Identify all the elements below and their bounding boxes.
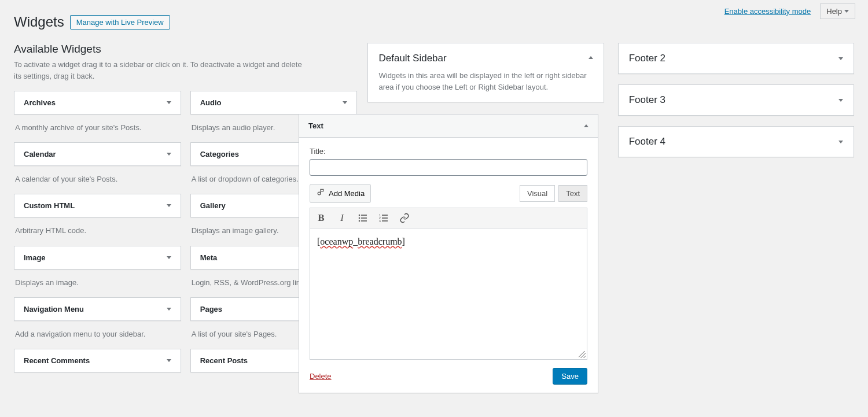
widget-navigation-menu[interactable]: Navigation Menu — [14, 297, 181, 321]
widget-archives[interactable]: Archives — [14, 91, 181, 115]
bold-button[interactable]: B — [315, 212, 328, 224]
widget-audio[interactable]: Audio — [190, 91, 358, 115]
caret-down-icon — [167, 101, 171, 104]
svg-rect-8 — [382, 215, 388, 216]
svg-rect-10 — [382, 217, 388, 219]
widget-label: Gallery — [200, 201, 226, 210]
caret-down-icon — [838, 57, 843, 60]
svg-text:3: 3 — [379, 219, 381, 223]
add-media-label: Add Media — [329, 189, 365, 198]
widget-label: Archives — [24, 98, 56, 107]
footer-2-panel[interactable]: Footer 2 — [618, 43, 854, 74]
svg-point-0 — [318, 192, 321, 195]
editor-content: [oceanwp_breadcrumb] — [317, 237, 405, 247]
widget-label: Custom HTML — [24, 201, 75, 210]
default-sidebar-description: Widgets in this area will be displayed i… — [378, 70, 593, 93]
svg-rect-12 — [382, 220, 388, 222]
delete-link[interactable]: Delete — [310, 372, 332, 381]
resize-grip-icon[interactable] — [579, 351, 586, 358]
editor-toolbar: B I 123 — [310, 208, 587, 228]
widget-recent-comments[interactable]: Recent Comments — [14, 349, 181, 372]
footer-panel-title: Footer 4 — [629, 136, 665, 147]
widget-label: Pages — [200, 305, 222, 313]
svg-point-5 — [359, 220, 361, 222]
widget-label: Categories — [200, 150, 239, 158]
caret-down-icon — [844, 10, 849, 13]
footer-panel-title: Footer 3 — [629, 94, 665, 106]
widget-label: Recent Comments — [24, 356, 90, 365]
widget-label: Recent Posts — [200, 356, 248, 365]
title-input[interactable] — [310, 159, 587, 176]
widget-desc: Arbitrary HTML code. — [14, 223, 181, 245]
default-sidebar-title: Default Sidebar — [378, 53, 446, 64]
available-widgets-title: Available Widgets — [14, 43, 357, 56]
text-widget-panel: Text Title: Add Media Visual Text B — [299, 114, 598, 393]
svg-rect-6 — [361, 220, 367, 222]
link-button[interactable] — [398, 212, 411, 224]
svg-point-3 — [359, 217, 361, 219]
text-widget-header[interactable]: Text — [299, 115, 598, 138]
unordered-list-button[interactable] — [356, 212, 369, 224]
svg-rect-4 — [361, 217, 367, 219]
caret-down-icon — [167, 204, 171, 207]
widget-desc: Displays an image. — [14, 275, 181, 297]
title-label: Title: — [310, 147, 587, 156]
help-button[interactable]: Help — [820, 3, 855, 19]
caret-down-icon — [838, 141, 843, 143]
italic-button[interactable]: I — [336, 212, 348, 224]
widget-label: Audio — [200, 98, 222, 107]
tab-text[interactable]: Text — [558, 185, 587, 202]
ordered-list-button[interactable]: 123 — [377, 212, 390, 224]
widget-desc: A monthly archive of your site's Posts. — [14, 120, 181, 142]
widget-label: Calendar — [24, 150, 56, 158]
tab-visual[interactable]: Visual — [520, 185, 555, 202]
media-icon — [316, 188, 325, 199]
text-widget-header-label: Text — [308, 121, 323, 130]
caret-down-icon — [167, 256, 171, 259]
widget-desc: A calendar of your site's Posts. — [14, 172, 181, 194]
caret-down-icon — [167, 359, 171, 362]
widget-desc: Add a navigation menu to your sidebar. — [14, 327, 181, 349]
default-sidebar-panel: Default Sidebar Widgets in this area wil… — [367, 43, 604, 102]
page-title: Widgets — [14, 14, 64, 30]
widget-image[interactable]: Image — [14, 246, 181, 270]
svg-rect-2 — [361, 215, 367, 216]
save-button[interactable]: Save — [553, 368, 587, 385]
widget-custom-html[interactable]: Custom HTML — [14, 194, 181, 217]
enable-accessibility-link[interactable]: Enable accessibility mode — [724, 7, 811, 16]
widget-calendar[interactable]: Calendar — [14, 142, 181, 166]
editor-textarea[interactable]: [oceanwp_breadcrumb] — [310, 228, 587, 360]
footer-panel-title: Footer 2 — [629, 53, 665, 64]
caret-up-icon — [584, 124, 589, 127]
add-media-button[interactable]: Add Media — [310, 184, 371, 203]
caret-up-icon[interactable] — [589, 56, 593, 59]
widget-label: Image — [24, 253, 46, 262]
help-label: Help — [826, 7, 842, 16]
caret-down-icon — [167, 308, 171, 311]
caret-down-icon — [167, 153, 171, 156]
footer-3-panel[interactable]: Footer 3 — [618, 84, 854, 116]
caret-down-icon — [343, 101, 347, 104]
available-widgets-description: To activate a widget drag it to a sideba… — [14, 59, 303, 82]
widget-label: Navigation Menu — [24, 305, 84, 313]
footer-4-panel[interactable]: Footer 4 — [618, 126, 854, 157]
svg-point-1 — [359, 215, 361, 216]
live-preview-button[interactable]: Manage with Live Preview — [70, 15, 170, 29]
caret-down-icon — [838, 99, 843, 102]
widget-label: Meta — [200, 253, 218, 262]
